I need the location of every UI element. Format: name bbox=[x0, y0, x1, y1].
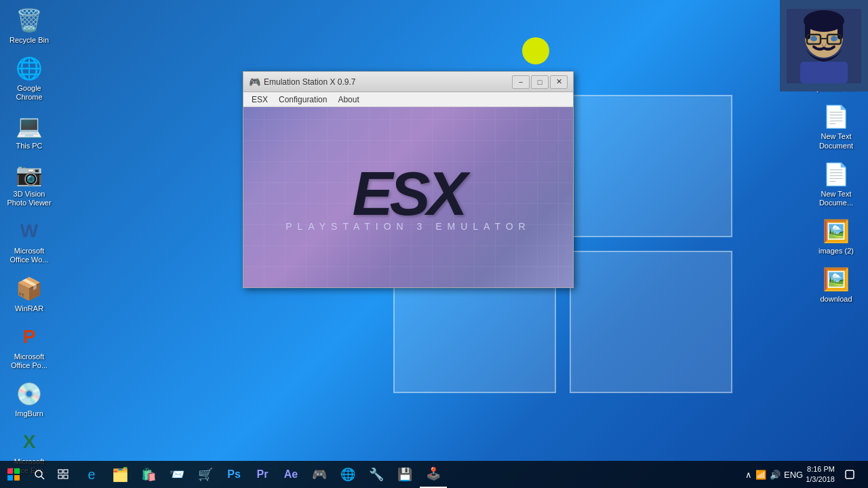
taskbar-icon-gaming[interactable]: 🎮 bbox=[306, 461, 333, 488]
download-r-label: download bbox=[820, 295, 852, 304]
svg-rect-21 bbox=[846, 470, 854, 479]
esx-menubar: ESX Configuration About bbox=[243, 92, 573, 107]
desktop-icon-3dvision[interactable]: 📷 3D Vision Photo Viewer bbox=[3, 157, 55, 211]
svg-rect-12 bbox=[14, 468, 20, 474]
3dvision-label: 3D Vision Photo Viewer bbox=[7, 190, 51, 207]
desktop-icon-ms-office-po[interactable]: P Microsoft Office Po... bbox=[3, 320, 55, 373]
taskbar-icon-steam[interactable]: 🕹️ bbox=[420, 461, 447, 488]
taskbar-notification-button[interactable] bbox=[837, 461, 861, 488]
desktop-icon-imgburn[interactable]: 💿 ImgBurn bbox=[3, 377, 55, 422]
taskbar-icon-disk[interactable]: 💾 bbox=[391, 461, 418, 488]
taskbar-icon-edge[interactable]: e bbox=[78, 461, 105, 488]
taskbar-pinned-icons: e 🗂️ 🛍️ 📨 🛒 Ps Pr Ae 🎮 🌐 🔧 💾 🕹️ bbox=[78, 461, 447, 488]
esx-logo-subtitle: Playstation 3 Emulator bbox=[285, 221, 530, 232]
google-chrome-label: Google Chrome bbox=[7, 84, 52, 102]
desktop-icon-recycle-bin[interactable]: 🗑️ Recycle Bin bbox=[3, 3, 55, 48]
taskbar-icon-photoshop[interactable]: Ps bbox=[220, 461, 248, 488]
svg-point-15 bbox=[35, 470, 42, 477]
svg-rect-20 bbox=[64, 475, 68, 479]
new-text-doc1-label: New Text Document bbox=[819, 132, 853, 150]
desktop-icon-this-pc[interactable]: 💻 This PC bbox=[3, 109, 55, 154]
svg-rect-17 bbox=[58, 470, 62, 473]
win-panel-br bbox=[570, 251, 732, 393]
esx-minimize-button[interactable]: − bbox=[512, 75, 530, 89]
imgburn-label: ImgBurn bbox=[15, 409, 43, 418]
esx-titlebar-controls: − □ ✕ bbox=[512, 75, 568, 89]
images2-icon: 🖼️ bbox=[823, 218, 850, 245]
esx-maximize-button[interactable]: □ bbox=[531, 75, 549, 89]
search-icon bbox=[34, 469, 45, 480]
esx-menu-about[interactable]: About bbox=[332, 94, 364, 106]
esx-content: ESX Playstation 3 Emulator bbox=[243, 107, 573, 287]
taskbar-date: 1/3/2018 bbox=[806, 474, 835, 485]
taskbar-time: 8:16 PM bbox=[806, 464, 835, 474]
tray-speaker-icon[interactable]: 🔊 bbox=[770, 470, 781, 480]
avatar-svg bbox=[787, 9, 861, 83]
ms-word-icon: W bbox=[16, 218, 43, 245]
taskbar-right: ∧ 📶 🔊 ENG 8:16 PM 1/3/2018 bbox=[745, 461, 868, 488]
svg-rect-11 bbox=[7, 468, 13, 474]
tray-language: ENG bbox=[784, 470, 803, 480]
desktop-icon-google-chrome[interactable]: 🌐 Google Chrome bbox=[3, 52, 55, 105]
new-text-doc2-icon: 📄 bbox=[823, 161, 850, 188]
taskbar-task-view-button[interactable] bbox=[51, 461, 75, 488]
google-chrome-icon: 🌐 bbox=[16, 55, 43, 82]
esx-menu-configuration[interactable]: Configuration bbox=[273, 94, 332, 106]
taskbar-icon-control[interactable]: 🔧 bbox=[363, 461, 390, 488]
new-text-doc1-icon: 📄 bbox=[823, 103, 850, 130]
taskbar-icon-aftereffects[interactable]: Ae bbox=[277, 461, 304, 488]
taskbar-icon-store[interactable]: 🛍️ bbox=[135, 461, 162, 488]
esx-logo: ESX Playstation 3 Emulator bbox=[285, 163, 530, 232]
taskbar-icon-file-explorer[interactable]: 🗂️ bbox=[106, 461, 134, 488]
cursor-indicator bbox=[522, 37, 549, 64]
desktop-icon-download-r[interactable]: 🖼️ download bbox=[810, 262, 862, 307]
taskbar: e 🗂️ 🛍️ 📨 🛒 Ps Pr Ae 🎮 🌐 🔧 💾 🕹️ ∧ 📶 🔊 EN… bbox=[0, 461, 868, 488]
tray-network-icon: 📶 bbox=[755, 470, 766, 480]
desktop-icon-new-text-doc1[interactable]: 📄 New Text Document bbox=[810, 100, 862, 153]
new-text-doc2-label: New Text Docume... bbox=[819, 190, 853, 207]
svg-rect-14 bbox=[14, 475, 20, 481]
esx-close-button[interactable]: ✕ bbox=[550, 75, 568, 89]
taskbar-icon-outlook[interactable]: 📨 bbox=[163, 461, 191, 488]
desktop-icon-winrar[interactable]: 📦 WinRAR bbox=[3, 272, 55, 317]
start-icon bbox=[7, 468, 20, 481]
esx-titlebar: 🎮 Emulation Station X 0.9.7 − □ ✕ bbox=[243, 72, 573, 92]
images2-label: images (2) bbox=[818, 247, 854, 256]
desktop-icon-new-text-doc2[interactable]: 📄 New Text Docume... bbox=[810, 157, 862, 211]
ms-word-label: Microsoft Office Wo... bbox=[9, 247, 48, 264]
svg-line-16 bbox=[41, 476, 44, 479]
taskbar-start-button[interactable] bbox=[0, 461, 27, 488]
taskbar-icon-chrome[interactable]: 🌐 bbox=[334, 461, 361, 488]
esx-window: 🎮 Emulation Station X 0.9.7 − □ ✕ ESX Co… bbox=[243, 71, 574, 288]
svg-rect-19 bbox=[58, 475, 62, 479]
svg-rect-13 bbox=[7, 475, 13, 481]
esx-titlebar-title: Emulation Station X 0.9.7 bbox=[264, 77, 512, 87]
notification-icon bbox=[844, 469, 855, 480]
winrar-label: WinRAR bbox=[15, 304, 43, 313]
this-pc-label: This PC bbox=[16, 142, 42, 150]
svg-rect-10 bbox=[800, 62, 848, 83]
ms-excel-icon: X bbox=[16, 428, 43, 455]
taskbar-icon-premiere[interactable]: Pr bbox=[249, 461, 276, 488]
taskbar-search-button[interactable] bbox=[27, 461, 51, 488]
esx-logo-text: ESX bbox=[285, 163, 530, 224]
svg-point-9 bbox=[831, 36, 837, 41]
ms-office-po-label: Microsoft Office Po... bbox=[11, 352, 47, 370]
taskbar-icon-amazon[interactable]: 🛒 bbox=[192, 461, 219, 488]
tray-up-arrow[interactable]: ∧ bbox=[745, 470, 752, 480]
winrar-icon: 📦 bbox=[16, 275, 43, 302]
recycle-bin-label: Recycle Bin bbox=[9, 36, 49, 45]
download-r-icon: 🖼️ bbox=[823, 266, 850, 293]
task-view-icon bbox=[58, 469, 68, 480]
desktop-icon-ms-word[interactable]: W Microsoft Office Wo... bbox=[3, 214, 55, 268]
svg-rect-18 bbox=[64, 470, 68, 473]
desktop-icon-images2[interactable]: 🖼️ images (2) bbox=[810, 214, 862, 259]
desktop-icons-left: 🗑️ Recycle Bin 🌐 Google Chrome 💻 This PC… bbox=[3, 3, 58, 488]
taskbar-tray: ∧ 📶 🔊 ENG bbox=[745, 470, 803, 480]
ms-office-po-icon: P bbox=[16, 323, 43, 350]
win-panel-tr bbox=[570, 95, 732, 237]
desktop: 🗑️ Recycle Bin 🌐 Google Chrome 💻 This PC… bbox=[0, 0, 868, 488]
3dvision-icon: 📷 bbox=[16, 161, 43, 188]
user-avatar bbox=[780, 0, 868, 92]
esx-menu-esx[interactable]: ESX bbox=[246, 94, 273, 106]
